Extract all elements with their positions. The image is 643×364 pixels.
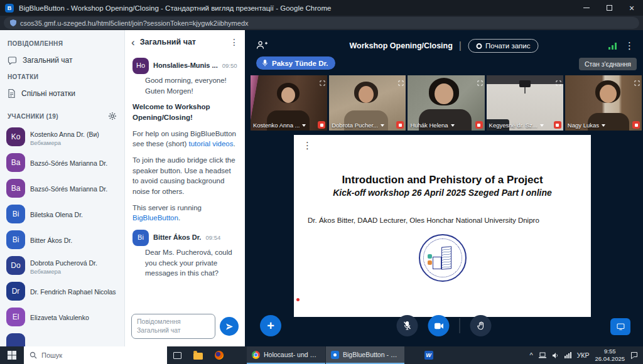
actions-plus-button[interactable]: + (260, 315, 281, 336)
webcam-name-dropdown[interactable]: Dobrota Pucher... (332, 122, 384, 129)
chevron-down-icon (451, 124, 455, 127)
webcam-name-dropdown[interactable]: Kostenko Anna ... (253, 122, 306, 129)
fullscreen-icon[interactable] (477, 77, 483, 88)
welcome-text: This server is running (132, 204, 202, 211)
manage-participants-gear-icon[interactable] (108, 112, 117, 120)
slide-author-line: Dr. Ákos Bitter, DAAD Lecturer, Oles Hon… (308, 217, 578, 224)
avatar: Bi (6, 230, 25, 249)
webcam-share-button[interactable] (428, 315, 450, 336)
minimize-button[interactable] (575, 0, 598, 16)
participants-section-header: УЧАСНИКИ (19) (8, 113, 58, 120)
avatar: El (6, 308, 25, 326)
start-recording-button[interactable]: Почати запис (468, 39, 539, 53)
hidden-icons-chevron[interactable]: ^ (529, 351, 532, 359)
webcam-strip: Kostenko Anna ... Dobrota Pucher... Huhá… (251, 75, 642, 131)
active-speaker-name: Paksy Tünde Dr. (272, 60, 328, 67)
start-button[interactable] (0, 346, 24, 364)
mobile-client-badge-icon (554, 121, 561, 129)
user-plus-icon[interactable] (256, 40, 268, 52)
close-button[interactable]: × (620, 0, 643, 16)
chat-messages: Ho Honslalies-Munis ... 09:50 Good morni… (125, 54, 245, 309)
chat-options-kebab-icon[interactable]: ⋮ (230, 37, 239, 47)
chat-message-input[interactable]: Повідомлення Загальний чат (131, 314, 215, 339)
system-welcome-message: Welcome to Workshop Opening/Closing! For… (132, 102, 237, 223)
taskbar-window-chrome[interactable]: Holocaust- und Krie... (247, 346, 325, 364)
options-kebab-icon[interactable]: ⋮ (625, 40, 634, 51)
firefox-button[interactable] (208, 346, 229, 364)
mute-microphone-button[interactable] (397, 315, 418, 336)
webcam-video[interactable]: Nagy Lukas (565, 75, 642, 131)
avatar: Ba (6, 179, 25, 198)
webcam-video[interactable]: Kegyesné dr. Sz... (487, 75, 563, 131)
task-view-button[interactable] (167, 346, 188, 364)
browser-titlebar: B BigBlueButton - Workshop Opening/Closi… (0, 0, 643, 16)
fullscreen-icon[interactable] (320, 77, 325, 88)
microphone-icon (262, 59, 268, 67)
participant-row[interactable]: El Elizaveta Vakulenko (0, 304, 124, 329)
slide-subtitle: Kick-off workshop 26 April 2025 Szeged P… (294, 188, 591, 198)
webcam-video[interactable]: Dobrota Pucher... (329, 75, 406, 131)
window-title: BigBlueButton - Workshop Opening/Closing… (19, 4, 331, 12)
language-indicator[interactable]: УКР (577, 351, 590, 359)
message-time: 09:50 (222, 62, 237, 70)
participant-row[interactable]: Ba Bazsó-Sórés Marianna Dr. (0, 150, 124, 175)
word-button[interactable]: W (418, 346, 439, 364)
participant-name: Kostenko Anna Dr. (Ви) (30, 131, 99, 138)
pointer-dot (296, 298, 300, 301)
fullscreen-icon[interactable] (634, 77, 640, 88)
browser-urlbar: csos35.gmf.u-szeged.hu/html5client/join?… (0, 16, 643, 30)
participant-row-partial[interactable] (0, 330, 124, 346)
participant-row[interactable]: Do Dobrota Pucherová Dr.Вебкамера (0, 253, 124, 278)
chat-input-row: Повідомлення Загальний чат (125, 309, 245, 346)
avatar: Ho (132, 58, 149, 74)
chat-back-chevron-icon[interactable]: ‹ (131, 37, 135, 48)
fullscreen-icon[interactable] (398, 77, 404, 88)
participant-row[interactable]: Bi Bitter Ákos Dr. (0, 227, 124, 252)
tutorial-videos-link[interactable]: tutorial videos (188, 140, 233, 147)
chat-title: Загальний чат (140, 38, 225, 46)
webcam-video[interactable]: Kostenko Anna ... (251, 75, 327, 131)
display-tray-icon[interactable] (539, 352, 546, 358)
participant-row[interactable]: Dr Dr. Fendrich Raphael Nicolas (0, 279, 124, 304)
whiteboard-options-kebab-icon[interactable]: ⋮ (303, 140, 312, 151)
sidebar-item-shared-notes[interactable]: Спільні нотатки (0, 84, 124, 103)
webcam-name-dropdown[interactable]: Huhák Helena (410, 122, 454, 129)
presentation-slide[interactable]: ⋮ Introduction and Prehistory of a Proje… (294, 135, 591, 317)
mobile-client-badge-icon (632, 121, 640, 129)
taskbar-search-box[interactable]: Пошук (24, 346, 167, 364)
message-text: Guten Morgen! (145, 86, 237, 97)
address-omnibox[interactable]: csos35.gmf.u-szeged.hu/html5client/join?… (4, 17, 639, 29)
sidebar-item-public-chat[interactable]: Загальний чат (0, 51, 124, 70)
webcam-name-dropdown[interactable]: Kegyesné dr. Sz... (489, 122, 544, 129)
action-center-icon[interactable] (630, 351, 638, 359)
participant-row[interactable]: Bi Biletska Olena Dr. (0, 201, 124, 227)
camera-icon (434, 323, 443, 329)
connection-status-icon[interactable] (608, 43, 617, 50)
volume-tray-icon[interactable] (552, 352, 559, 359)
webcam-name-dropdown[interactable]: Nagy Lukas (568, 122, 605, 129)
active-speaker-pill[interactable]: Paksy Tünde Dr. (256, 56, 335, 70)
university-logo (419, 234, 467, 282)
record-icon (476, 43, 482, 49)
clock[interactable]: 9:55 26.04.2025 (595, 348, 625, 363)
network-tray-icon[interactable] (565, 352, 571, 358)
maximize-button[interactable] (598, 0, 620, 16)
site-info-shield-icon[interactable] (10, 19, 16, 26)
restore-presentation-button[interactable] (610, 318, 630, 335)
taskbar-window-bigbluebutton[interactable]: BigBlueButton - Wo... (326, 346, 404, 364)
send-message-button[interactable] (220, 317, 239, 336)
bigbluebutton-link[interactable]: BigBlueButton (132, 214, 178, 222)
participant-row[interactable]: Ko Kostenko Anna Dr. (Ви)Вебкамера (0, 124, 124, 149)
raise-hand-button[interactable] (470, 315, 492, 336)
chevron-down-icon (381, 124, 384, 127)
presentation-icon (617, 323, 625, 330)
participant-row[interactable]: Ba Bazsó-Sórés Marianna Dr. (0, 176, 124, 201)
folder-icon (193, 353, 203, 360)
welcome-text: . (233, 140, 235, 147)
fullscreen-icon[interactable] (556, 77, 561, 88)
file-explorer-button[interactable] (188, 346, 208, 364)
public-chat-panel: ‹ Загальний чат ⋮ Ho Honslalies-Munis ..… (125, 30, 245, 346)
mobile-client-badge-icon (475, 121, 483, 129)
participant-name: Biletska Olena Dr. (30, 211, 83, 218)
webcam-video[interactable]: Huhák Helena (408, 75, 484, 131)
